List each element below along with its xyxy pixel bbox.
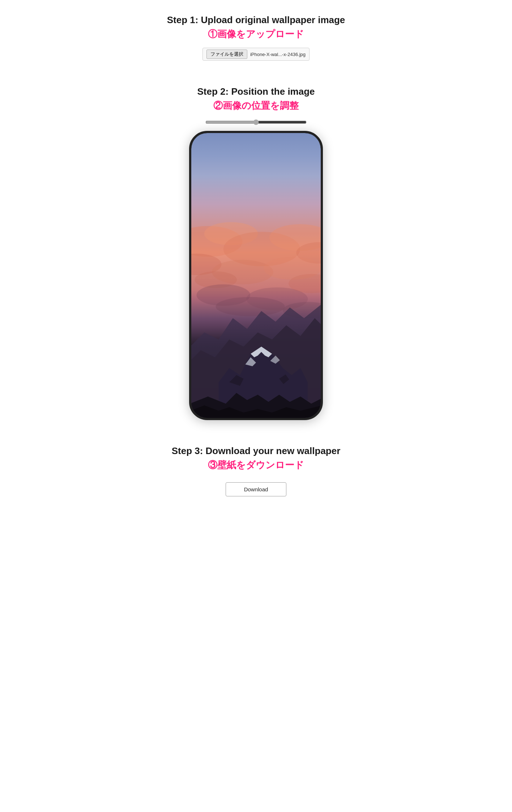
file-name-display: iPhone-X-wal...-x-2436.jpg [250, 52, 306, 57]
step3-section: Step 3: Download your new wallpaper ③壁紙を… [7, 445, 505, 496]
phone-frame [189, 131, 323, 420]
step2-title-en: Step 2: Position the image [197, 86, 315, 97]
position-slider[interactable] [205, 119, 307, 125]
file-choose-button[interactable]: ファイルを選択 [206, 50, 247, 59]
step2-title-jp: ②画像の位置を調整 [213, 99, 299, 112]
step3-title-jp: ③壁紙をダウンロード [208, 459, 304, 471]
mountain-layer [191, 247, 321, 418]
file-input-wrapper: ファイルを選択 iPhone-X-wal...-x-2436.jpg [202, 48, 310, 61]
step2-section: Step 2: Position the image ②画像の位置を調整 [7, 86, 505, 420]
slider-wrapper [205, 119, 307, 125]
step3-title-en: Step 3: Download your new wallpaper [172, 445, 341, 457]
download-button[interactable]: Download [226, 482, 287, 496]
step1-title-jp: ①画像をアップロード [208, 28, 304, 40]
step1-section: Step 1: Upload original wallpaper image … [7, 14, 505, 61]
phone-screen [191, 133, 321, 418]
step1-title-en: Step 1: Upload original wallpaper image [167, 14, 345, 26]
